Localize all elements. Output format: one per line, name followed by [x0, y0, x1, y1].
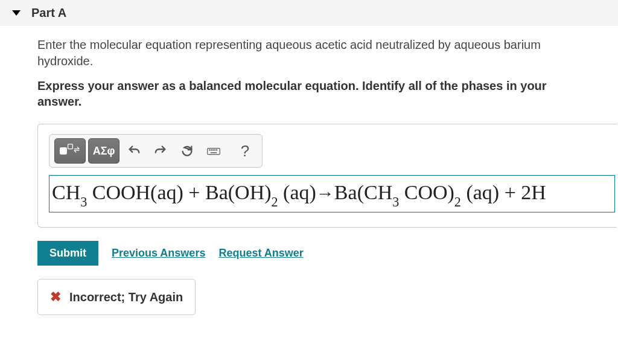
feedback-message: Incorrect; Try Again — [69, 290, 183, 304]
templates-button[interactable] — [54, 138, 86, 164]
svg-rect-0 — [60, 148, 66, 154]
content-area: Enter the molecular equation representin… — [0, 26, 618, 315]
undo-icon — [127, 144, 141, 158]
question-instructions: Express your answer as a balanced molecu… — [37, 78, 587, 109]
reset-button[interactable] — [175, 138, 199, 164]
keyboard-button[interactable] — [202, 138, 226, 164]
template-icon — [60, 144, 80, 158]
svg-rect-6 — [208, 148, 220, 155]
part-header[interactable]: Part A — [0, 0, 618, 26]
collapse-icon[interactable] — [12, 10, 21, 16]
request-answer-link[interactable]: Request Answer — [218, 247, 303, 260]
equation-toolbar: ΑΣφ — [49, 134, 263, 168]
incorrect-icon: ✖ — [50, 289, 61, 305]
submit-button[interactable]: Submit — [37, 241, 98, 266]
help-button[interactable]: ? — [233, 138, 257, 164]
reset-icon — [180, 144, 194, 158]
undo-button[interactable] — [122, 138, 146, 164]
svg-point-8 — [211, 150, 212, 150]
svg-point-9 — [213, 150, 214, 150]
equation-input[interactable]: CH3 COOH(aq) + Ba(OH)2 (aq)→Ba(CH3 COO)2… — [49, 175, 615, 212]
redo-icon — [154, 144, 167, 158]
keyboard-icon — [207, 144, 220, 158]
part-title: Part A — [31, 6, 66, 20]
svg-point-11 — [217, 150, 217, 150]
symbols-button[interactable]: ΑΣφ — [88, 138, 119, 164]
redo-button[interactable] — [148, 138, 173, 164]
feedback-box: ✖ Incorrect; Try Again — [37, 279, 196, 315]
svg-rect-1 — [68, 144, 73, 149]
question-prompt: Enter the molecular equation representin… — [37, 37, 587, 69]
answer-panel: ΑΣφ — [37, 124, 617, 228]
svg-point-10 — [215, 150, 215, 150]
submit-row: Submit Previous Answers Request Answer — [37, 241, 618, 266]
svg-point-7 — [209, 150, 210, 150]
previous-answers-link[interactable]: Previous Answers — [112, 247, 205, 260]
